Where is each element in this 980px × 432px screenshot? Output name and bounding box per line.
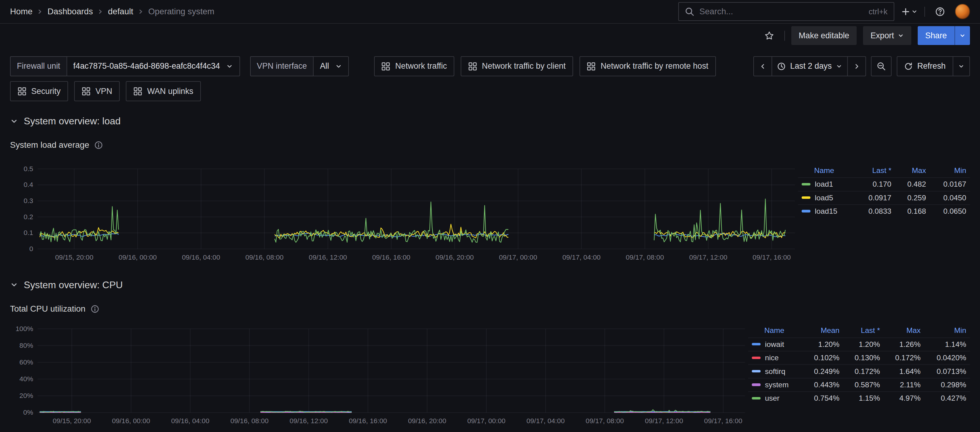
panel-body: 0%20%40%60%80%100%09/15, 20:0009/16, 00:… (10, 324, 970, 427)
link-network-traffic[interactable]: Network traffic (374, 56, 455, 76)
firewall-unit-select[interactable]: f4ac7875-0a85-4a6d-8698-eafc8c4f4c34 (67, 56, 240, 76)
chevron-right-icon (853, 63, 861, 70)
svg-text:09/17, 04:00: 09/17, 04:00 (563, 253, 601, 261)
share-menu-button[interactable] (955, 26, 970, 45)
legend-column-header[interactable]: Last * (855, 165, 895, 177)
avatar[interactable] (955, 4, 970, 19)
nav-right-cluster: ctrl+k (678, 2, 970, 21)
info-icon[interactable] (94, 141, 103, 150)
series-name[interactable]: load1 (815, 180, 833, 188)
svg-text:20%: 20% (19, 392, 33, 400)
svg-text:09/16, 20:00: 09/16, 20:00 (408, 417, 446, 425)
breadcrumb-default[interactable]: default (108, 7, 133, 16)
legend-column-header[interactable]: Max (895, 165, 930, 177)
legend-row[interactable]: load10.1700.4820.0167 (798, 177, 970, 191)
make-editable-button[interactable]: Make editable (791, 26, 857, 45)
legend-column-header[interactable]: Name (748, 325, 803, 338)
link-vpn[interactable]: VPN (74, 81, 119, 101)
time-controls: Last 2 days (753, 56, 970, 76)
chevron-down-icon (911, 8, 918, 15)
dashboard-grid-icon (18, 87, 26, 96)
panel-system-load-average: System load average 00.10.20.30.40.509/1… (10, 139, 970, 264)
svg-text:0.5: 0.5 (24, 165, 33, 172)
series-name[interactable]: iowait (765, 340, 784, 348)
dashboard-grid-icon (587, 62, 596, 71)
legend-row[interactable]: load150.08330.1680.0650 (798, 205, 970, 218)
dashboard-grid-icon (134, 87, 142, 96)
series-line-load5 (654, 231, 786, 238)
refresh-interval-button[interactable] (953, 56, 970, 76)
legend-column-header[interactable]: Mean (803, 325, 843, 338)
share-button[interactable]: Share (918, 26, 955, 45)
dashboard-grid-icon (381, 62, 390, 71)
time-shift-back-button[interactable] (753, 56, 772, 76)
dashboard-actions-bar: Make editable Export Share (0, 24, 980, 48)
refresh-split-button: Refresh (897, 56, 970, 76)
star-button[interactable] (760, 26, 778, 45)
svg-text:09/17, 12:00: 09/17, 12:00 (645, 417, 683, 425)
export-button[interactable]: Export (863, 26, 911, 45)
legend-row[interactable]: user0.754%1.15%4.97%0.427% (748, 392, 970, 405)
link-wan-uplinks[interactable]: WAN uplinks (126, 81, 200, 101)
panel-header: Total CPU utilization (10, 303, 970, 315)
svg-text:09/16, 16:00: 09/16, 16:00 (349, 417, 387, 425)
svg-text:09/17, 16:00: 09/17, 16:00 (704, 417, 742, 425)
time-range-button[interactable]: Last 2 days (772, 56, 848, 76)
link-network-traffic-by-client[interactable]: Network traffic by client (461, 56, 573, 76)
legend-column-header[interactable]: Name (798, 165, 855, 177)
legend-value: 0.0167 (930, 177, 970, 191)
legend-row[interactable]: load50.09170.2590.0450 (798, 191, 970, 205)
series-name[interactable]: user (765, 394, 780, 402)
firewall-unit-variable: Firewall unit f4ac7875-0a85-4a6d-8698-ea… (10, 56, 240, 76)
svg-text:09/15, 20:00: 09/15, 20:00 (52, 417, 91, 425)
refresh-button[interactable]: Refresh (897, 56, 953, 76)
breadcrumb-separator-icon (37, 8, 43, 15)
section-cpu-toggle[interactable]: System overview: CPU (10, 277, 123, 292)
svg-text:09/17, 12:00: 09/17, 12:00 (689, 253, 727, 261)
zoom-out-icon (877, 62, 886, 71)
add-button[interactable] (901, 2, 918, 21)
vpn-interface-select[interactable]: All (313, 56, 349, 76)
legend-row[interactable]: system0.443%0.587%2.11%0.298% (748, 378, 970, 392)
breadcrumb-dashboards[interactable]: Dashboards (48, 7, 93, 16)
series-name[interactable]: load15 (815, 207, 837, 215)
info-icon[interactable] (91, 304, 99, 313)
panel-title-load[interactable]: System load average (10, 140, 89, 150)
breadcrumb-home[interactable]: Home (10, 7, 32, 16)
series-name[interactable]: load5 (815, 194, 833, 202)
zoom-out-button[interactable] (871, 56, 892, 76)
top-nav: Home Dashboards default Operating system… (0, 0, 980, 24)
series-name[interactable]: nice (765, 354, 778, 362)
legend-column-header[interactable]: Max (884, 325, 924, 338)
search-box[interactable]: ctrl+k (678, 2, 895, 21)
section-load-toggle[interactable]: System overview: load (10, 114, 121, 129)
svg-text:40%: 40% (19, 375, 33, 383)
link-network-traffic-by-remote-host[interactable]: Network traffic by remote host (579, 56, 716, 76)
legend-column-header[interactable]: Last * (843, 325, 884, 338)
time-shift-forward-button[interactable] (847, 56, 866, 76)
panel-title-cpu[interactable]: Total CPU utilization (10, 304, 85, 314)
series-name[interactable]: system (765, 381, 789, 389)
chevron-down-icon (10, 117, 18, 126)
legend-column-header[interactable]: Min (924, 325, 970, 338)
legend-value: 0.482 (895, 177, 930, 191)
series-name[interactable]: softirq (765, 367, 785, 375)
link-label: Network traffic (395, 61, 447, 71)
legend-value: 0.0833 (855, 205, 895, 218)
grafana-dashboard-page: Home Dashboards default Operating system… (0, 0, 980, 432)
legend-row[interactable]: softirq0.249%0.172%1.64%0.0713% (748, 365, 970, 378)
svg-text:0%: 0% (23, 408, 33, 416)
legend-row[interactable]: iowait1.20%1.20%1.26%1.14% (748, 338, 970, 351)
chevron-down-icon (958, 63, 964, 70)
link-security[interactable]: Security (10, 81, 68, 101)
help-button[interactable] (931, 2, 949, 21)
star-icon (764, 31, 774, 41)
search-input[interactable] (699, 7, 864, 16)
load-time-series-chart[interactable]: 00.10.20.30.40.509/15, 20:0009/16, 00:00… (10, 164, 798, 264)
legend-column-header[interactable]: Min (930, 165, 970, 177)
link-label: Network traffic by remote host (601, 61, 708, 71)
cpu-time-series-chart[interactable]: 0%20%40%60%80%100%09/15, 20:0009/16, 00:… (10, 324, 748, 427)
dashboard-controls: Firewall unit f4ac7875-0a85-4a6d-8698-ea… (10, 48, 970, 101)
legend-row[interactable]: nice0.102%0.130%0.172%0.0420% (748, 351, 970, 365)
svg-text:0.4: 0.4 (24, 181, 33, 188)
